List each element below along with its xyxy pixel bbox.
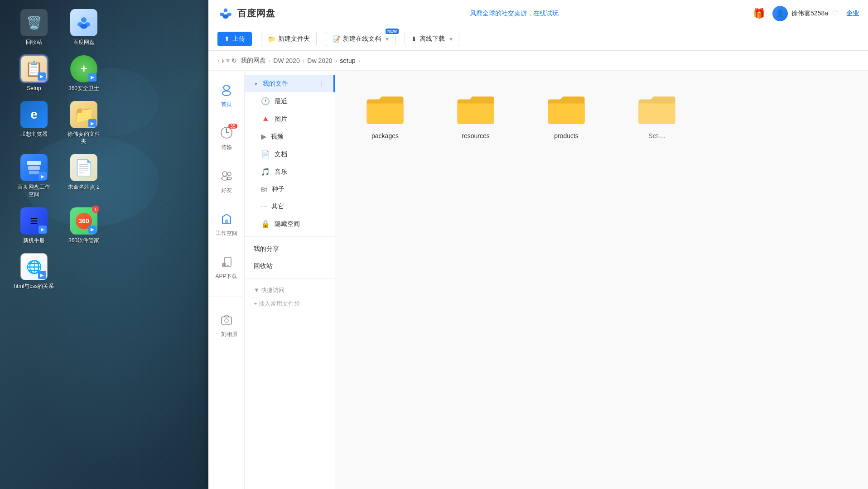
- sidebar-item-workspace[interactable]: 工作空间: [208, 209, 244, 241]
- new-badge: NEW: [386, 29, 399, 34]
- nav-item-docs[interactable]: 📄 文档: [245, 145, 335, 163]
- docs-label: 文档: [275, 150, 287, 158]
- folder-item-packages[interactable]: packages: [349, 84, 421, 147]
- desktop-icon-baidu-workspace[interactable]: ▶ 百度网盘工作空间: [14, 154, 54, 198]
- video-label: 视频: [271, 133, 284, 141]
- nav-item-recent[interactable]: 🕐 最近: [245, 92, 335, 110]
- user-avatar[interactable]: 👤: [772, 6, 788, 21]
- desktop-icon-lenovo-label: 联想浏览器: [20, 131, 48, 138]
- nav-add-folder[interactable]: + 插入常用文件袋: [245, 296, 335, 312]
- desktop-icon-unnamed[interactable]: 📄 未命名站点 2: [63, 154, 104, 198]
- bc-dw2020b[interactable]: Dw 2020: [307, 57, 332, 64]
- sidebar-item-moment[interactable]: 一刻相册: [208, 310, 244, 342]
- other-label: 其它: [271, 202, 284, 211]
- offline-download-button[interactable]: ⬇ 离线下载 ▾: [405, 32, 459, 46]
- sidebar-item-home[interactable]: 首页: [208, 80, 244, 112]
- sidebar-home-label: 首页: [221, 101, 232, 108]
- download-dropdown-arrow[interactable]: ▾: [449, 35, 453, 43]
- desktop-icon-htmlcss-label: html与css的关系: [14, 283, 54, 290]
- svg-point-18: [227, 265, 228, 266]
- bc-root[interactable]: 我的网盘: [241, 57, 266, 65]
- desktop-icon-setup-label: Setup: [27, 85, 41, 92]
- bc-dw2020[interactable]: DW 2020: [273, 57, 299, 64]
- desktop-icon-recycle-label: 回收站: [26, 39, 42, 46]
- desktop-icon-360soft-label: 360软件管家: [68, 237, 99, 244]
- sidebar-item-friends[interactable]: 好友: [208, 166, 244, 198]
- desktop-icon-360guard[interactable]: + ▶ 360安全卫士: [63, 55, 104, 92]
- nav-item-recycle[interactable]: 回收站: [245, 258, 335, 275]
- sidebar-item-transfer[interactable]: 55 传输: [208, 123, 244, 155]
- nav-item-video[interactable]: ▶ 视频: [245, 128, 335, 145]
- desktop-icons: 🗑️ 回收站 百度网盘 📋: [0, 0, 208, 489]
- torrent-label: 种子: [272, 185, 285, 193]
- desktop-icon-manual-label: 新机手册: [23, 237, 45, 244]
- new-folder-button[interactable]: 📁 新建文件夹: [261, 32, 317, 46]
- desktop-icon-baidu-workspace-label: 百度网盘工作空间: [16, 184, 52, 198]
- toolbar: ⬆ 上传 📁 新建文件夹 📝 新建在线文档 NEW ▾ ⬇ 离线下载 ▾: [208, 27, 868, 51]
- recent-icon: 🕐: [261, 97, 270, 105]
- sidebar-item-app[interactable]: APP下载: [208, 252, 244, 284]
- back-arrow[interactable]: ‹: [217, 57, 220, 65]
- download-icon: ⬇: [411, 35, 417, 43]
- nav-item-hidden[interactable]: 🔒 隐藏空间: [245, 215, 335, 233]
- svg-point-0: [81, 17, 87, 23]
- bc-sep-2: ›: [303, 57, 305, 64]
- sidebar-app-label: APP下载: [215, 273, 237, 280]
- forward-arrow[interactable]: ›: [222, 57, 224, 65]
- home-icon: [220, 83, 233, 99]
- doc-icon: 📝: [333, 35, 340, 43]
- desktop-icon-baidunet-label: 百度网盘: [73, 39, 95, 46]
- new-doc-button[interactable]: 📝 新建在线文档 NEW ▾: [326, 32, 395, 46]
- bc-setup[interactable]: setup: [340, 57, 355, 64]
- nav-item-other[interactable]: ··· 其它: [245, 198, 335, 215]
- baidu-logo-icon: [217, 5, 234, 22]
- svg-rect-19: [222, 317, 231, 324]
- sidebar-friends-label: 好友: [221, 187, 232, 194]
- svg-point-7: [223, 14, 229, 18]
- nav-item-photos[interactable]: 🔺 图片: [245, 110, 335, 128]
- svg-point-11: [222, 172, 227, 176]
- recent-label: 最近: [275, 97, 287, 105]
- nav-item-music[interactable]: 🎵 音乐: [245, 163, 335, 181]
- dropdown-arrow[interactable]: ▾: [226, 56, 230, 65]
- nav-divider-1: [245, 236, 335, 237]
- header-ad[interactable]: 风靡全球的社交桌游，在线试玩: [283, 9, 746, 18]
- gift-icon[interactable]: 🎁: [753, 8, 765, 19]
- svg-point-9: [222, 91, 231, 96]
- myfiles-label: 我的文件: [263, 80, 288, 88]
- nav-item-myshare[interactable]: 我的分享: [245, 240, 335, 258]
- folder-item-setup[interactable]: Set-...: [621, 84, 693, 147]
- enterprise-button[interactable]: 企业: [846, 10, 859, 18]
- desktop-icon-setup[interactable]: 📋 ▶ Setup: [14, 55, 54, 92]
- main-area: 首页 55 传输: [208, 71, 868, 489]
- nav-quickaccess[interactable]: ▼ 快捷访问: [245, 283, 335, 296]
- desktop-icon-baidunet[interactable]: 百度网盘: [63, 9, 104, 46]
- desktop-icon-htmlcss[interactable]: 🌐 ▶ html与css的关系: [14, 253, 54, 290]
- add-folder-label: + 插入常用文件袋: [254, 300, 300, 307]
- desktop-icon-360soft[interactable]: 360 1 ▶ 360软件管家: [63, 207, 104, 244]
- desktop-icon-manual[interactable]: ≡ ▶ 新机手册: [14, 207, 54, 244]
- other-icon: ···: [261, 202, 267, 211]
- refresh-icon[interactable]: ↻: [231, 57, 237, 64]
- desktop-icon-xu-folder[interactable]: 📁 ▶ 徐伟宴的文件夹: [63, 101, 104, 145]
- desktop-icon-lenovo[interactable]: e 联想浏览器: [14, 101, 54, 145]
- myfiles-more[interactable]: ⋮: [319, 81, 324, 87]
- myshare-label: 我的分享: [254, 245, 279, 253]
- music-icon: 🎵: [261, 168, 270, 176]
- hidden-icon: 🔒: [261, 220, 270, 228]
- upload-icon: ⬆: [224, 35, 230, 43]
- nav-item-torrent[interactable]: Bt 种子: [245, 181, 335, 198]
- sidebar-transfer-label: 传输: [221, 144, 232, 151]
- folder-packages-label: packages: [371, 132, 399, 139]
- docs-icon: 📄: [261, 150, 270, 158]
- nav-item-myfiles[interactable]: ▼ 我的文件 ⋮: [245, 75, 335, 92]
- hidden-label: 隐藏空间: [275, 220, 300, 228]
- folder-item-resources[interactable]: resources: [439, 84, 512, 147]
- doc-dropdown-arrow[interactable]: ▾: [386, 35, 389, 43]
- baidu-logo: 百度网盘: [217, 5, 275, 22]
- desktop-icon-recycle[interactable]: 🗑️ 回收站: [14, 9, 54, 46]
- torrent-icon: Bt: [261, 186, 267, 193]
- folder-item-products[interactable]: products: [530, 84, 603, 147]
- transfer-icon: 55: [220, 126, 233, 142]
- upload-button[interactable]: ⬆ 上传: [217, 32, 252, 46]
